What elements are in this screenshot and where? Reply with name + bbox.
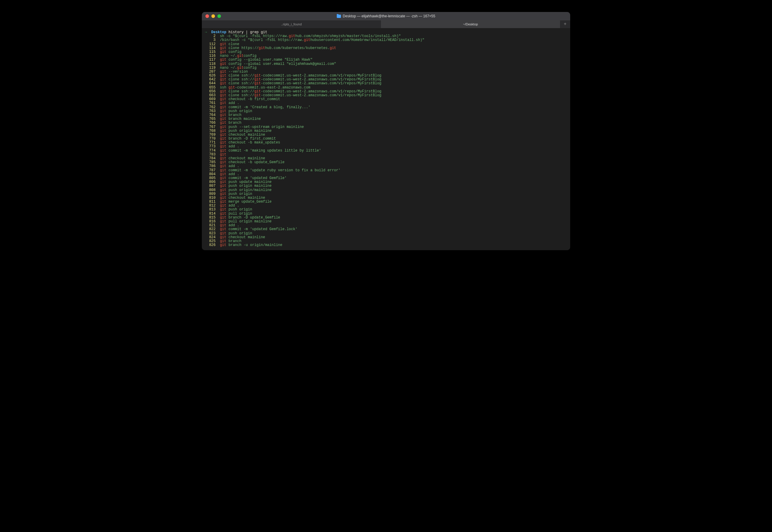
history-number: 783	[205, 152, 220, 157]
highlight-match: git	[220, 62, 226, 66]
history-number: 118	[205, 62, 220, 66]
history-text: checkout -b first_commit	[226, 97, 280, 101]
close-button[interactable]	[205, 14, 209, 18]
history-text: clone ssh://	[226, 77, 254, 82]
history-text: checkout mainline	[226, 235, 265, 239]
history-number: 207	[205, 70, 220, 74]
history-text: -codecommit.us-west-2.amazonaws.com/v1/r…	[261, 93, 381, 97]
traffic-lights	[205, 14, 221, 18]
history-text: merge update_Gemfile	[226, 200, 271, 204]
history-line: 787 git commit -m 'update ruby version t…	[205, 169, 567, 172]
tab-label: ~/Desktop	[463, 22, 478, 26]
add-tab-button[interactable]: +	[560, 20, 570, 28]
history-line: 811 git merge update_Gemfile	[205, 200, 567, 204]
history-text: -codecommit.us-east-2.amazonaws.com	[235, 85, 310, 90]
highlight-match: git	[237, 54, 244, 58]
highlight-match: git	[220, 81, 226, 85]
history-text: hub.com/ohmyzsh/ohmyzsh/master/tools/ins…	[295, 34, 401, 38]
history-line: 824 git checkout mainline	[205, 236, 567, 239]
highlight-match: git	[220, 70, 226, 74]
history-number: 3	[205, 38, 220, 42]
history-number: 805	[205, 176, 220, 180]
history-number: 669	[205, 97, 220, 101]
history-text: hubusercontent.com/Homebrew/install/HEAD…	[310, 38, 425, 42]
history-text: branch	[226, 121, 241, 125]
history-line: 785 git checkout -b update_Gemfile	[205, 160, 567, 164]
highlight-match: git	[220, 212, 226, 216]
folder-icon	[337, 15, 341, 18]
highlight-match: git	[220, 50, 226, 54]
history-text: branch -u origin/mainline	[226, 243, 282, 247]
highlight-match: git	[220, 156, 226, 160]
history-number: 642	[205, 77, 220, 82]
prompt-command: history | grep git	[226, 30, 267, 34]
history-number: 768	[205, 129, 220, 133]
history-number: 114	[205, 46, 220, 50]
highlight-match: git	[220, 239, 226, 243]
highlight-match: git	[220, 200, 226, 204]
history-text: clone https://	[226, 46, 259, 50]
history-text: --version	[226, 70, 248, 74]
history-text: commit -m 'Created a blog, finally...'	[226, 105, 310, 109]
history-number: 816	[205, 219, 220, 224]
highlight-match: git	[220, 219, 226, 224]
history-text: pull origin mainline	[226, 219, 271, 224]
history-text: push update mainline	[226, 180, 271, 184]
history-text: checkout mainline	[226, 133, 265, 137]
history-text: config	[226, 50, 241, 54]
highlight-match: git	[220, 149, 226, 153]
history-text: config	[244, 66, 256, 70]
history-text: add .	[226, 144, 239, 149]
window-title-text: Desktop — elijahhawk@the-lemniscate — -z…	[342, 14, 435, 18]
tab-bar: ..ripts_i_found ~/Desktop +	[202, 20, 570, 28]
history-number: 765	[205, 117, 220, 121]
highlight-match: git	[220, 176, 226, 180]
highlight-match: git	[220, 137, 226, 141]
history-number: 811	[205, 200, 220, 204]
history-line: 114 git clone https://github.com/kuberne…	[205, 46, 567, 50]
history-line: 822 git commit -m 'updated Gemfile.lock'	[205, 227, 567, 231]
history-line: 826 git branch -u origin/mainline	[205, 243, 567, 247]
highlight-match: git	[220, 58, 226, 62]
history-text: branch -D first_commit	[226, 137, 276, 141]
highlight-match: git	[220, 152, 226, 157]
history-number: 656	[205, 89, 220, 94]
terminal-body[interactable]: → Desktop history | grep git 2 sh -c "$(…	[202, 28, 570, 250]
history-text: checkout mainline	[226, 156, 265, 160]
history-text: push --set-upstream origin mainline	[226, 125, 304, 129]
tab-desktop[interactable]: ~/Desktop	[381, 20, 560, 28]
highlight-match: git	[220, 231, 226, 236]
highlight-match: git	[228, 85, 235, 90]
history-text: pull origin	[226, 212, 252, 216]
history-text: nano ~/.	[220, 66, 237, 70]
history-text: branch	[226, 113, 241, 117]
history-number: 821	[205, 223, 220, 227]
highlight-match: git	[254, 81, 261, 85]
history-number: 771	[205, 140, 220, 145]
history-number: 823	[205, 231, 220, 236]
tab-label: ..ripts_i_found	[281, 22, 302, 26]
history-text: sh -c "$(curl -fsSL https://raw.	[220, 34, 288, 38]
minimize-button[interactable]	[211, 14, 215, 18]
highlight-match: git	[254, 93, 261, 97]
maximize-button[interactable]	[217, 14, 221, 18]
history-text: clone ssh://	[226, 81, 254, 85]
history-text: push origin mainline	[226, 184, 271, 188]
highlight-match: git	[220, 140, 226, 145]
highlight-match: git	[220, 184, 226, 188]
history-number: 814	[205, 212, 220, 216]
history-text: commit -m 'updated Gemfile.lock'	[226, 227, 297, 231]
history-number: 762	[205, 105, 220, 109]
highlight-match: git	[237, 66, 244, 70]
history-text: push origin	[226, 207, 252, 212]
highlight-match: git	[220, 144, 226, 149]
highlight-match: git	[259, 46, 265, 50]
history-text: config --global user.email "elijahmhawk@…	[226, 62, 336, 66]
history-number: 761	[205, 101, 220, 105]
highlight-match: git	[220, 133, 226, 137]
history-number: 824	[205, 235, 220, 239]
history-number: 810	[205, 196, 220, 200]
history-number: 770	[205, 137, 220, 141]
tab-scripts-found[interactable]: ..ripts_i_found	[202, 20, 381, 28]
highlight-match: git	[220, 77, 226, 82]
